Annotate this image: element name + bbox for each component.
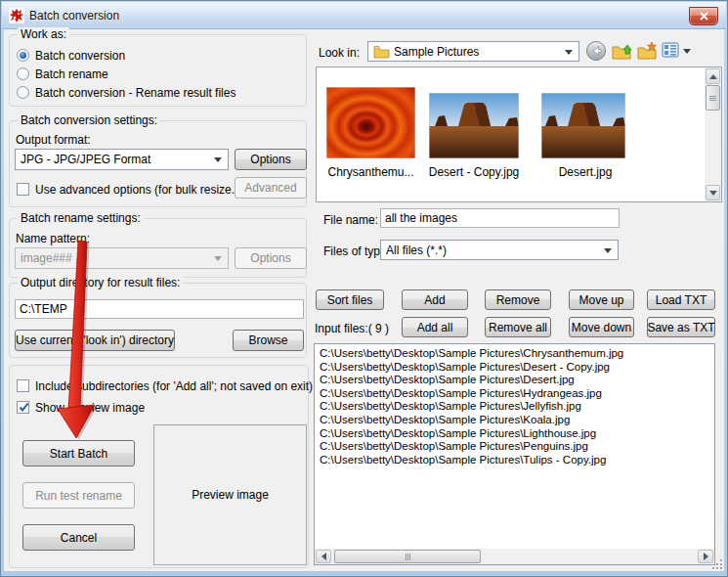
files-of-type-value: All files (*.*) (386, 244, 447, 257)
list-item[interactable]: C:\Users\betty\Desktop\Sample Pictures\J… (320, 400, 714, 414)
list-item[interactable]: C:\Users\betty\Desktop\Sample Pictures\D… (320, 374, 714, 387)
radio-batch-conversion[interactable] (17, 49, 29, 62)
file-name-label: File name: (323, 213, 378, 227)
show-preview-checkbox[interactable] (17, 401, 29, 414)
irfanview-app-icon (9, 8, 24, 23)
thumbnail-desert[interactable] (541, 93, 625, 158)
sort-files-button[interactable]: Sort files (316, 289, 384, 310)
thumbnail-label[interactable]: Desert - Copy.jpg (424, 165, 524, 179)
close-button[interactable] (689, 7, 718, 25)
triangle-left-icon (321, 553, 326, 560)
remove-button[interactable]: Remove (485, 289, 551, 310)
look-in-combo[interactable]: Sample Pictures (367, 41, 579, 62)
preview-image-label: Preview image (192, 488, 269, 502)
back-icon (585, 40, 607, 62)
thumb-grip (709, 96, 716, 101)
name-pattern-value: image### (21, 251, 72, 265)
new-folder-button[interactable] (637, 41, 658, 61)
list-item[interactable]: C:\Users\betty\Desktop\Sample Pictures\T… (320, 454, 714, 467)
thumb-grip (406, 554, 410, 560)
output-dir-legend: Output directory for result files: (18, 276, 183, 289)
show-preview-label[interactable]: Show Preview image (35, 401, 145, 415)
radio-batch-conversion-label[interactable]: Batch conversion (35, 49, 125, 63)
look-in-label: Look in: (319, 46, 360, 60)
list-item[interactable]: C:\Users\betty\Desktop\Sample Pictures\P… (320, 440, 714, 454)
add-button[interactable]: Add (402, 289, 468, 310)
advanced-options-checkbox-label[interactable]: Use advanced options (for bulk resize...… (35, 183, 245, 197)
files-of-type-combo[interactable]: All files (*.*) (380, 240, 619, 260)
load-txt-button[interactable]: Load TXT (647, 289, 715, 310)
close-icon (700, 12, 708, 21)
scroll-thumb[interactable] (706, 85, 720, 111)
include-subdirs-label[interactable]: Include subdirectories (for 'Add all'; n… (35, 379, 313, 393)
advanced-options-checkbox[interactable] (17, 183, 29, 196)
format-options-button[interactable]: Options (235, 149, 307, 170)
batch-conversion-dialog: Batch conversion Work as: Batch conversi… (0, 0, 728, 577)
list-item[interactable]: C:\Users\betty\Desktop\Sample Pictures\C… (320, 347, 714, 361)
chevron-down-icon (565, 50, 573, 55)
file-name-input[interactable]: all the images (380, 208, 620, 228)
look-in-value: Sample Pictures (394, 45, 479, 59)
folder-up-icon (612, 41, 632, 61)
list-item[interactable]: C:\Users\betty\Desktop\Sample Pictures\K… (320, 414, 714, 427)
titlebar: Batch conversion (2, 2, 726, 29)
remove-all-button[interactable]: Remove all (485, 317, 551, 337)
view-menu-icon (662, 42, 679, 58)
thumbnail-chrysanthemum[interactable] (326, 87, 415, 158)
thumbnail-desert-copy[interactable] (429, 93, 519, 158)
chevron-down-icon (604, 248, 612, 253)
radio-batch-conversion-rename-label[interactable]: Batch conversion - Rename result files (35, 86, 236, 100)
output-dir-input[interactable]: C:\TEMP (15, 299, 304, 319)
thumbnail-label[interactable]: Chrysanthemu... (326, 165, 415, 179)
preview-image-panel: Preview image (153, 424, 307, 565)
up-one-level-button[interactable] (612, 41, 632, 61)
include-subdirs-checkbox[interactable] (17, 379, 29, 392)
add-all-button[interactable]: Add all (402, 317, 468, 337)
thumbnail-label[interactable]: Desert.jpg (541, 165, 629, 179)
name-pattern-combo[interactable]: image### (15, 247, 229, 269)
chevron-down-icon (214, 256, 222, 261)
output-format-label: Output format: (16, 133, 91, 147)
output-format-combo[interactable]: JPG - JPG/JPEG Format (15, 149, 229, 170)
start-batch-button[interactable]: Start Batch (22, 440, 135, 466)
triangle-down-icon (709, 191, 717, 196)
triangle-right-icon (704, 553, 708, 560)
list-item[interactable]: C:\Users\betty\Desktop\Sample Pictures\D… (320, 361, 714, 375)
run-test-rename-button[interactable]: Run test rename (22, 482, 135, 509)
hscroll-thumb[interactable] (334, 550, 481, 563)
window-title: Batch conversion (29, 9, 119, 22)
radio-batch-rename[interactable] (17, 67, 29, 80)
chevron-down-icon (214, 157, 222, 162)
chevron-down-icon (683, 49, 691, 54)
back-button[interactable] (585, 40, 607, 62)
output-format-value: JPG - JPG/JPEG Format (21, 153, 150, 166)
radio-batch-rename-label[interactable]: Batch rename (35, 67, 108, 81)
list-item[interactable]: C:\Users\betty\Desktop\Sample Pictures\H… (320, 387, 714, 401)
rename-options-button[interactable]: Options (235, 247, 307, 269)
triangle-up-icon (709, 74, 717, 79)
move-down-button[interactable]: Move down (569, 317, 634, 337)
scroll-left-button[interactable] (316, 550, 331, 563)
resize-grip[interactable] (709, 556, 722, 569)
use-current-dir-button[interactable]: Use current ('look in') directory (15, 330, 175, 351)
conversion-settings-legend: Batch conversion settings: (18, 113, 160, 127)
browse-button[interactable]: Browse (233, 330, 304, 351)
input-files-listbox[interactable]: C:\Users\betty\Desktop\Sample Pictures\C… (314, 343, 715, 565)
work-as-legend: Work as: (18, 27, 69, 41)
scroll-up-button[interactable] (706, 68, 720, 84)
name-pattern-label: Name pattern: (16, 232, 90, 245)
list-item[interactable]: C:\Users\betty\Desktop\Sample Pictures\L… (320, 427, 714, 441)
save-as-txt-button[interactable]: Save as TXT (647, 317, 715, 337)
cancel-button[interactable]: Cancel (22, 524, 135, 551)
scroll-down-button[interactable] (706, 185, 720, 200)
advanced-button[interactable]: Advanced (235, 177, 307, 199)
input-files-count-label: Input files:( 9 ) (315, 322, 389, 335)
radio-batch-conversion-rename[interactable] (17, 86, 29, 99)
folder-icon (373, 45, 390, 59)
folder-new-icon (637, 41, 658, 61)
rename-settings-legend: Batch rename settings: (18, 211, 144, 225)
move-up-button[interactable]: Move up (569, 289, 634, 310)
check-icon (18, 401, 30, 414)
dialog-client-area: Work as: Batch conversion Batch rename B… (4, 29, 724, 571)
view-menu-button[interactable] (662, 42, 691, 60)
